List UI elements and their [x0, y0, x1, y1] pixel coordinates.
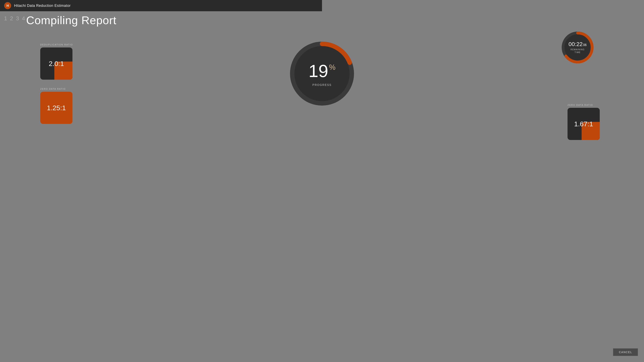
- step-2: 2: [10, 15, 13, 22]
- step-indicator: 1 2 3 4: [4, 15, 25, 22]
- step-3: 3: [16, 15, 19, 22]
- zero-label-left: ZERO DATA RATIO: [40, 88, 72, 90]
- page-title: Compiling Report: [26, 14, 116, 27]
- hitachi-logo-icon: H: [4, 2, 11, 9]
- progress-percent: 19 %: [308, 61, 322, 81]
- zero-ratio-card-left: ZERO DATA RATIO 1.25:1: [40, 88, 72, 124]
- svg-text:H: H: [6, 4, 9, 7]
- dedup-label: DEDUPLICATION RATIO: [40, 43, 73, 46]
- app-header: H Hitachi Data Reduction Estimator: [0, 0, 322, 11]
- zero-ratio-box-left: 1.25:1: [40, 92, 72, 124]
- main-content: 1 2 3 4 Compiling Report DEDUPLICATION R…: [0, 11, 322, 181]
- step-4: 4: [22, 15, 25, 22]
- step-1: 1: [4, 15, 7, 22]
- progress-label: PROGRESS: [308, 83, 322, 86]
- dedup-value: 2.0:1: [49, 60, 64, 67]
- app-title: Hitachi Data Reduction Estimator: [14, 3, 71, 8]
- dedup-ratio-box: 2.0:1: [40, 47, 72, 80]
- dedup-ratio-card: DEDUPLICATION RATIO 2.0:1: [40, 43, 73, 80]
- progress-circle: 19 % PROGRESS: [288, 39, 322, 108]
- progress-value: 19: [308, 61, 322, 81]
- zero-value-left: 1.25:1: [47, 104, 66, 112]
- progress-center-text: 19 % PROGRESS: [308, 61, 322, 86]
